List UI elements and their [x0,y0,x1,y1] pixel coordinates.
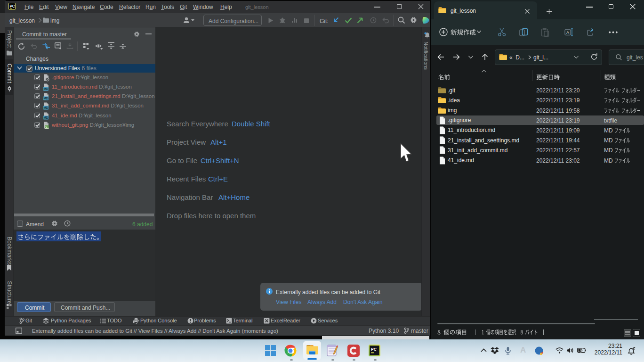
svg-text:MD: MD [43,115,48,119]
svg-text:PC: PC [371,347,377,352]
svg-text:A: A [566,30,569,35]
svg-text:MD: MD [43,97,48,100]
svg-text:MD: MD [43,87,48,90]
svg-text:MD: MD [43,106,48,109]
